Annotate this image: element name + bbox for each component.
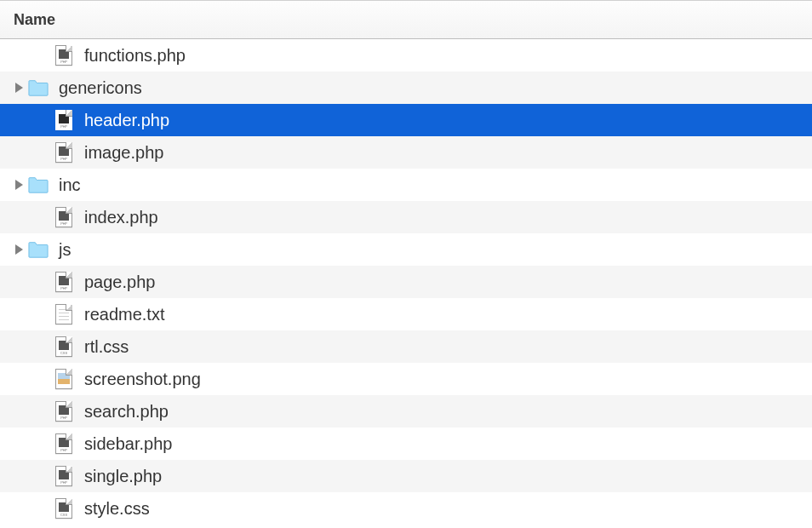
file-name: header.php [84,112,169,129]
file-name: search.php [84,403,169,420]
file-name: sidebar.php [84,435,172,452]
disclosure-triangle-icon[interactable] [15,244,23,255]
file-name: image.php [84,144,163,161]
php-file-icon: PHP [54,44,74,66]
file-row[interactable]: screenshot.png [0,363,812,395]
php-file-icon: PHP [54,465,74,487]
file-row[interactable]: PHP functions.php [0,39,812,72]
file-row[interactable]: readme.txt [0,298,812,330]
php-file-icon: PHP [54,433,74,455]
php-file-icon: PHP [54,206,74,228]
folder-row[interactable]: js [0,233,812,266]
file-row[interactable]: PHP page.php [0,266,812,298]
php-file-icon: PHP [54,271,74,293]
disclosure-triangle-icon[interactable] [15,83,23,93]
folder-row[interactable]: genericons [0,72,812,104]
file-row[interactable]: PHP single.php [0,460,812,492]
file-name: page.php [84,273,155,290]
folder-icon [28,77,49,99]
file-name: screenshot.png [84,370,201,387]
file-name: style.css [84,500,150,517]
file-row[interactable]: PHP header.php [0,104,812,136]
css-file-icon: CSS [54,497,74,519]
file-name: readme.txt [84,306,164,323]
folder-row[interactable]: inc [0,169,812,201]
file-row[interactable]: CSS style.css [0,492,812,525]
text-file-icon [54,303,74,325]
folder-icon [28,238,49,261]
file-name: rtl.css [84,338,129,355]
folder-name: inc [59,176,81,193]
folder-name: js [59,241,71,258]
column-header-name: Name [14,11,55,29]
php-file-icon: PHP [54,109,74,131]
file-tree: PHP functions.php genericons PHP header.… [0,39,812,525]
file-row[interactable]: PHP search.php [0,395,812,428]
disclosure-triangle-icon[interactable] [15,180,23,190]
file-name: single.php [84,468,162,485]
php-file-icon: PHP [54,141,74,164]
image-file-icon [54,368,74,390]
file-name: functions.php [84,47,186,64]
column-header[interactable]: Name [0,0,812,39]
folder-icon [28,174,49,196]
php-file-icon: PHP [54,400,74,422]
file-row[interactable]: PHP sidebar.php [0,428,812,460]
folder-name: genericons [59,79,142,96]
file-row[interactable]: PHP image.php [0,136,812,169]
file-row[interactable]: PHP index.php [0,201,812,233]
file-name: index.php [84,209,158,226]
file-row[interactable]: CSS rtl.css [0,330,812,363]
css-file-icon: CSS [54,336,74,358]
